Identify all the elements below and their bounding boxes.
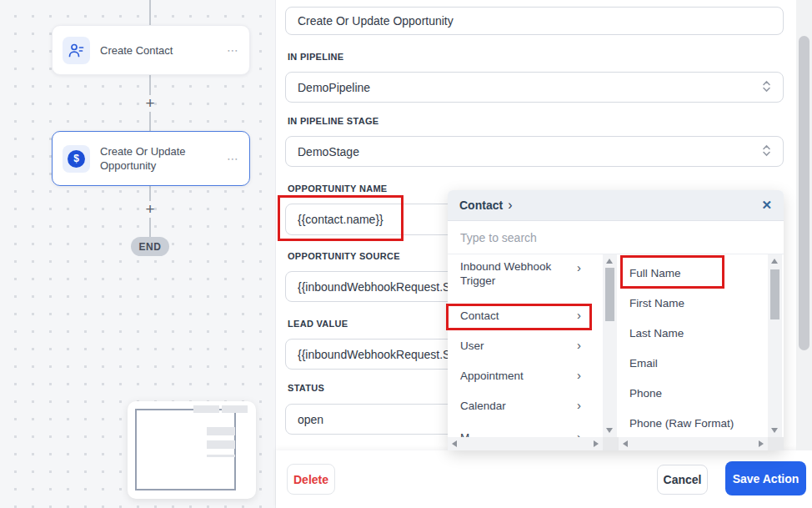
submenu-item-phone[interactable]: Phone [619, 380, 768, 406]
scroll-right-icon[interactable] [759, 440, 764, 447]
minimap-node-bar [222, 405, 248, 413]
field-label-lead-value: LEAD VALUE [288, 319, 348, 329]
scroll-up-icon[interactable] [606, 259, 613, 264]
category-scrollbar[interactable] [603, 254, 617, 437]
field-hscrollbar[interactable] [619, 437, 768, 450]
menu-item-inbound-webhook-trigger[interactable]: Inbound Webhook Trigger › [448, 259, 603, 288]
in-pipeline-select[interactable]: DemoPipeline [285, 72, 784, 103]
submenu-item-label: First Name [619, 297, 684, 309]
field-list: Full Name First Name Last Name Email Pho… [619, 254, 784, 450]
menu-item-label: Calendar [448, 399, 577, 413]
field-label-status: STATUS [288, 383, 324, 393]
breadcrumb[interactable]: Contact [459, 199, 503, 212]
opportunity-icon: $ [63, 145, 90, 173]
menu-item-label: Contact [448, 309, 577, 323]
submenu-item-label: Last Name [619, 327, 684, 340]
menu-item-label: User [448, 339, 577, 353]
submenu-item-label: Phone [619, 387, 662, 400]
node-label: Create Contact [100, 43, 227, 58]
minimap-node-bar [207, 440, 235, 449]
chevron-right-icon: › [577, 339, 581, 351]
action-title-input[interactable] [285, 7, 784, 35]
in-pipeline-stage-select[interactable]: DemoStage [285, 136, 784, 167]
scroll-down-icon[interactable] [771, 428, 778, 433]
field-label-opportunity-source: OPPORTUNITY SOURCE [288, 251, 400, 261]
submenu-item-email[interactable]: Email [619, 350, 768, 376]
submenu-item-full-name[interactable]: Full Name [619, 259, 768, 286]
connector-line [149, 112, 151, 131]
menu-item-label: Appointment [448, 369, 577, 383]
scroll-left-icon[interactable] [623, 440, 628, 447]
chevron-right-icon: › [508, 199, 512, 211]
custom-values-dropdown: Contact › ✕ Inbound Webhook Trigger › Co… [448, 190, 784, 450]
connector-line [149, 218, 151, 237]
field-label-in-pipeline-stage: IN PIPELINE STAGE [288, 116, 378, 126]
node-create-contact[interactable]: Create Contact ⋯ [52, 25, 250, 75]
panel-scrollbar[interactable] [796, 0, 812, 450]
field-label-opportunity-name: OPPORTUNITY NAME [288, 184, 388, 194]
chevron-right-icon: › [577, 399, 581, 411]
add-step-button[interactable]: + [143, 95, 158, 112]
workflow-builder-screen: + + Create Contact ⋯ $ Create Or Update … [0, 0, 812, 508]
chevron-right-icon: › [577, 309, 581, 321]
dropdown-body: Inbound Webhook Trigger › Contact › User… [448, 254, 784, 450]
dropdown-search-input[interactable] [448, 221, 784, 254]
node-menu-icon[interactable]: ⋯ [227, 152, 239, 165]
connector-line [149, 0, 151, 25]
menu-item-calendar[interactable]: Calendar › [448, 399, 603, 413]
scrollbar-thumb[interactable] [770, 269, 779, 319]
submenu-item-phone-raw-format[interactable]: Phone (Raw Format) [619, 410, 768, 436]
scrollbar-corner [603, 437, 619, 450]
node-menu-icon[interactable]: ⋯ [227, 43, 239, 57]
submenu-item-label: Phone (Raw Format) [619, 417, 734, 430]
add-step-button[interactable]: + [143, 201, 158, 218]
select-value: DemoPipeline [298, 81, 370, 94]
chevron-right-icon: › [577, 369, 581, 381]
minimap-node-bar [193, 405, 219, 413]
submenu-item-first-name[interactable]: First Name [619, 289, 768, 316]
menu-item-label: Inbound Webhook Trigger [448, 259, 577, 288]
scroll-left-icon[interactable] [452, 440, 457, 447]
scrollbar-thumb[interactable] [605, 268, 614, 321]
panel-footer: Delete Cancel Save Action [276, 450, 812, 508]
select-chevron-icon [762, 143, 771, 159]
category-hscrollbar[interactable] [448, 437, 603, 450]
menu-item-user[interactable]: User › [448, 339, 603, 353]
scroll-down-icon[interactable] [606, 428, 613, 433]
canvas-minimap[interactable] [128, 401, 256, 499]
menu-item-contact[interactable]: Contact › [448, 309, 603, 323]
delete-button[interactable]: Delete [287, 464, 335, 495]
end-node: END [131, 237, 169, 256]
category-list: Inbound Webhook Trigger › Contact › User… [448, 254, 619, 450]
dollar-icon: $ [68, 150, 85, 168]
dropdown-header: Contact › ✕ [448, 190, 784, 221]
save-action-button[interactable]: Save Action [725, 461, 806, 495]
select-chevron-icon [762, 79, 771, 95]
close-icon[interactable]: ✕ [761, 198, 772, 213]
select-value: DemoStage [298, 145, 359, 158]
node-label: Create Or Update Opportunity [100, 144, 227, 173]
workflow-canvas[interactable]: + + Create Contact ⋯ $ Create Or Update … [0, 0, 275, 508]
scrollbar-corner [768, 437, 784, 450]
connector-line [149, 186, 151, 201]
scroll-up-icon[interactable] [771, 259, 778, 264]
panel-scrollbar-thumb[interactable] [799, 36, 809, 350]
contact-icon [63, 37, 90, 64]
submenu-item-label: Full Name [619, 267, 681, 279]
cancel-button[interactable]: Cancel [657, 465, 708, 495]
minimap-node-bar [207, 427, 235, 435]
minimap-viewport [135, 409, 236, 490]
field-scrollbar[interactable] [768, 254, 782, 437]
minimap-node-bar [207, 455, 235, 457]
connector-line [149, 75, 151, 95]
node-create-or-update-opportunity[interactable]: $ Create Or Update Opportunity ⋯ [52, 131, 250, 186]
submenu-item-label: Email [619, 357, 658, 370]
menu-item-appointment[interactable]: Appointment › [448, 369, 603, 383]
chevron-right-icon: › [577, 261, 581, 274]
scroll-right-icon[interactable] [594, 440, 599, 447]
submenu-item-last-name[interactable]: Last Name [619, 319, 768, 346]
field-label-in-pipeline: IN PIPELINE [288, 52, 343, 62]
